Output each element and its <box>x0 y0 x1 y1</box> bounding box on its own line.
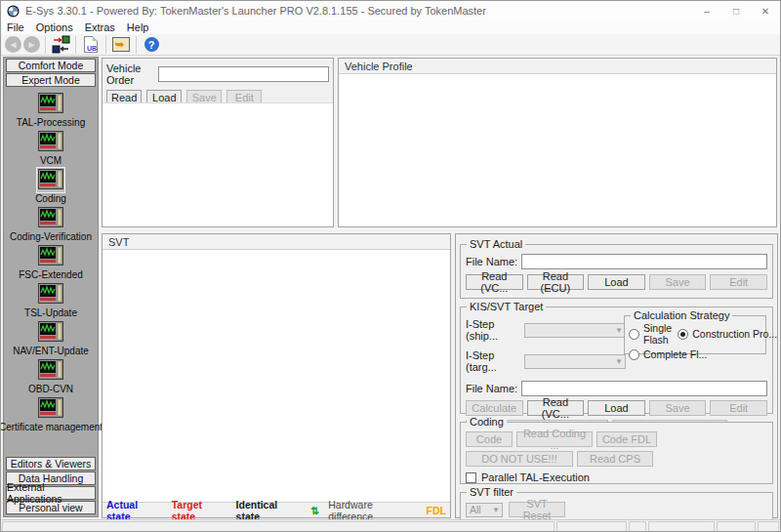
construction-pro-radio[interactable] <box>678 329 688 340</box>
menu-help[interactable]: Help <box>121 21 155 33</box>
parallel-tal-execution-checkbox[interactable] <box>466 472 476 483</box>
sidebar: Comfort Mode Expert Mode TAL-Processing … <box>3 57 99 517</box>
menu-bar: File Options Extras Help <box>1 20 780 34</box>
svt-actual-read-ecu-button[interactable]: Read (ECU) <box>527 274 585 290</box>
calculate-button: Calculate <box>466 400 523 416</box>
toolbar: ◄ ► UB ➥ ? <box>1 34 780 56</box>
sidebar-item-vcm[interactable]: VCM <box>36 129 65 166</box>
menu-options[interactable]: Options <box>30 21 79 33</box>
expert-mode-button[interactable]: Expert Mode <box>6 73 96 87</box>
sidebar-item-tsl-update[interactable]: TSL-Update <box>24 281 77 318</box>
window-title: E-Sys 3.30.1 - Powered By: TokenMaster's… <box>25 5 486 17</box>
status-cell <box>717 521 756 532</box>
toolbar-separator <box>105 36 106 54</box>
help-icon[interactable]: ? <box>141 35 162 54</box>
calculation-strategy-group: Calculation Strategy Single Flash Constr… <box>624 315 766 354</box>
close-button[interactable]: ✕ <box>751 1 780 20</box>
maximize-button[interactable]: □ <box>721 1 751 20</box>
kis-svt-target-group: KIS/SVT Target I-Step (ship... ▼ I-Step … <box>460 307 773 414</box>
kis-svt-file-name-input[interactable] <box>521 381 767 396</box>
minimize-button[interactable]: – <box>692 1 721 20</box>
kis-svt-target-title: KIS/SVT Target <box>467 301 546 312</box>
crt-monitor-icon <box>36 357 65 384</box>
kis-load-button[interactable]: Load <box>588 400 645 416</box>
sidebar-item-obd-cvn[interactable]: OBD-CVN <box>28 357 73 394</box>
svt-actual-save-button: Save <box>649 274 707 290</box>
toolbar-separator <box>75 36 76 54</box>
file-name-label: File Name: <box>466 383 521 394</box>
status-cell <box>556 521 627 532</box>
kis-edit-button: Edit <box>710 400 767 416</box>
parallel-tal-execution-label: Parallel TAL-Execution <box>481 471 590 483</box>
svt-actual-load-button[interactable]: Load <box>588 274 645 290</box>
code-fdl-button: Code FDL <box>596 431 657 447</box>
read-coding-button: Read Coding ... <box>516 431 593 447</box>
toolbar-separator <box>45 36 46 54</box>
svt-reset-button: SVT Reset <box>509 502 565 517</box>
crt-monitor-icon <box>36 319 65 346</box>
crt-monitor-icon <box>36 167 65 193</box>
sidebar-item-tal-processing[interactable]: TAL-Processing <box>17 91 85 128</box>
kis-save-button: Save <box>649 400 707 416</box>
document-ub-icon[interactable]: UB <box>80 35 102 54</box>
menu-file[interactable]: File <box>1 21 30 33</box>
do-not-use-button: DO NOT USE!!! <box>466 451 573 467</box>
istep-target-label: I-Step (targ... <box>466 349 524 373</box>
svt-title: SVT <box>108 236 129 248</box>
vehicle-profile-title: Vehicle Profile <box>345 61 413 72</box>
back-icon[interactable]: ◄ <box>5 36 21 53</box>
code-button: Code <box>466 431 513 447</box>
crt-monitor-icon <box>36 129 65 155</box>
legend-target-state: Target state <box>172 499 227 522</box>
coding-title: Coding <box>467 416 507 428</box>
hardware-difference-icon: ⇅ <box>310 505 319 516</box>
istep-ship-combo: ▼ <box>524 323 626 338</box>
app-window: E-Sys 3.30.1 - Powered By: TokenMaster's… <box>0 0 781 532</box>
connect-icon[interactable] <box>50 35 71 54</box>
istep-target-combo: ▼ <box>524 354 626 369</box>
crt-monitor-icon <box>36 395 65 422</box>
svt-actual-title: SVT Actual <box>467 238 525 250</box>
comfort-mode-button[interactable]: Comfort Mode <box>6 59 96 72</box>
svt-actual-file-name-input[interactable] <box>521 254 767 269</box>
status-bar <box>1 519 780 532</box>
coding-group: Coding Code Read Coding ... Code FDL DO … <box>460 422 773 484</box>
vehicle-profile-panel: Vehicle Profile <box>338 58 777 227</box>
chevron-down-icon: ▼ <box>492 506 502 514</box>
svt-actual-read-vcm-button[interactable]: Read (VC... <box>466 274 523 290</box>
menu-extras[interactable]: Extras <box>79 21 121 33</box>
svt-filter-title: SVT filter <box>467 486 516 498</box>
complete-flash-radio[interactable] <box>629 349 639 360</box>
forward-icon[interactable]: ► <box>23 36 40 53</box>
complete-flash-label: Complete Fl... <box>643 348 707 360</box>
vehicle-order-tree-area[interactable] <box>103 102 333 226</box>
external-applications-button[interactable]: External Applications <box>6 486 96 500</box>
vehicle-order-input[interactable] <box>158 66 329 82</box>
sidebar-item-coding-verification[interactable]: Coding-Verification <box>10 205 92 242</box>
editors-viewers-button[interactable]: Editors & Viewers <box>6 457 96 471</box>
kis-read-vcm-button[interactable]: Read (VC... <box>527 400 585 416</box>
crt-monitor-icon <box>36 243 65 269</box>
legend-actual-state: Actual state <box>106 499 163 522</box>
sidebar-item-certificate-management[interactable]: Certificate management <box>0 395 103 432</box>
external-launch-icon[interactable]: ➥ <box>110 35 132 54</box>
crt-monitor-icon <box>36 281 65 307</box>
legend-identical-state: Identical state <box>236 499 303 522</box>
istep-ship-label: I-Step (ship... <box>466 318 524 342</box>
crt-monitor-icon <box>36 205 65 231</box>
title-bar: E-Sys 3.30.1 - Powered By: TokenMaster's… <box>1 1 780 20</box>
status-cell <box>2 521 555 532</box>
personal-view-button[interactable]: Personal view <box>6 501 96 514</box>
svt-header: SVT <box>103 234 450 250</box>
sidebar-item-coding[interactable]: Coding <box>35 167 66 204</box>
vehicle-order-panel: Vehicle Order Read Load Save Edit <box>102 58 334 227</box>
file-name-label: File Name: <box>466 256 521 267</box>
single-flash-radio[interactable] <box>629 329 639 340</box>
status-cell <box>648 521 715 532</box>
legend-hardware-difference: Hardware difference <box>328 499 417 522</box>
single-flash-label: Single Flash <box>643 322 672 346</box>
sidebar-item-fsc-extended[interactable]: FSC-Extended <box>19 243 83 280</box>
svt-actual-edit-button: Edit <box>710 274 767 290</box>
bmw-roundel-icon <box>7 5 20 18</box>
sidebar-item-nav-ent-update[interactable]: NAV/ENT-Update <box>13 319 89 356</box>
